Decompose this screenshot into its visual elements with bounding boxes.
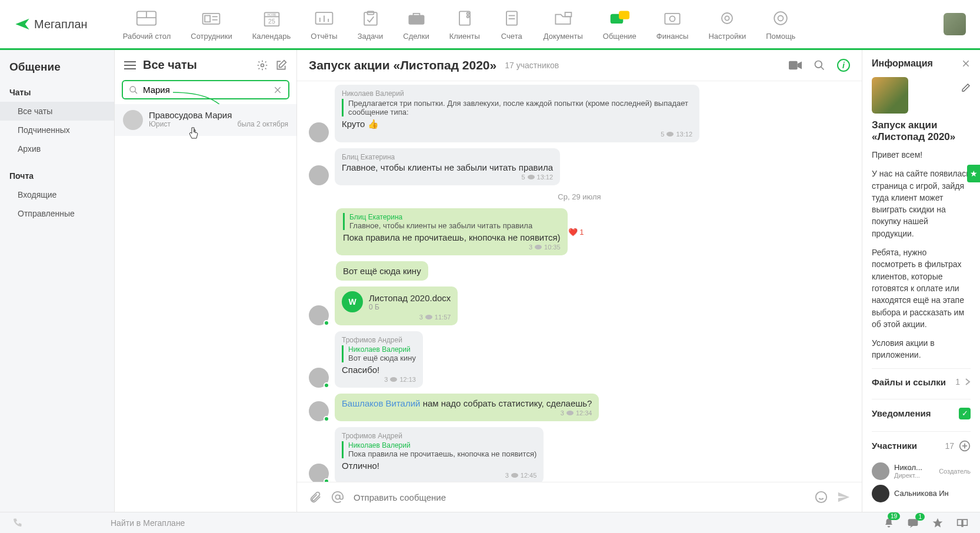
add-icon[interactable] xyxy=(959,440,971,452)
svg-rect-27 xyxy=(665,13,680,24)
search-chat-icon[interactable] xyxy=(814,59,825,71)
message-input[interactable] xyxy=(354,492,805,502)
nav-reports[interactable]: Отчёты xyxy=(311,8,337,41)
edit-icon[interactable] xyxy=(961,83,971,92)
nav-desktop[interactable]: Рабочий стол xyxy=(123,8,171,41)
info-title: Запуск акции «Листопад 2020» xyxy=(872,119,971,143)
svg-point-49 xyxy=(566,411,574,415)
chat-title: Запуск акции «Листопад 2020» xyxy=(309,58,496,72)
book-icon[interactable] xyxy=(956,518,968,528)
svg-point-20 xyxy=(466,15,469,18)
nav-employees[interactable]: Сотрудники xyxy=(191,8,232,41)
video-icon[interactable] xyxy=(789,61,802,70)
svg-line-38 xyxy=(135,91,137,94)
mention-icon[interactable] xyxy=(331,491,344,504)
logo[interactable]: Мегаплан xyxy=(14,16,88,32)
svg-rect-26 xyxy=(619,11,629,19)
svg-rect-17 xyxy=(409,15,424,24)
section-chats: Чаты xyxy=(0,83,114,102)
hamburger-icon[interactable] xyxy=(124,61,136,70)
message-bubble[interactable]: Николаев Валерий Предлагается три попытк… xyxy=(335,85,699,142)
date-separator: Ср, 29 июля xyxy=(309,192,850,201)
reaction[interactable]: ❤️ 1 xyxy=(568,228,584,236)
nav-invoices[interactable]: Счета xyxy=(500,8,524,41)
sidebar-archive[interactable]: Архив xyxy=(0,139,114,158)
bell-icon[interactable]: 19 xyxy=(884,517,894,529)
main-nav: Рабочий стол Сотрудники НОЯБ25Календарь … xyxy=(123,8,796,41)
chat-panel: Запуск акции «Листопад 2020» 17 участник… xyxy=(297,50,862,512)
nav-tasks[interactable]: Задачи xyxy=(358,8,384,41)
svg-line-43 xyxy=(821,67,824,70)
msg-avatar[interactable] xyxy=(309,368,329,388)
message-bubble[interactable]: Трофимов Андрей Николаев ВалерийПока пра… xyxy=(335,427,544,482)
msg-avatar[interactable] xyxy=(309,122,329,142)
close-icon[interactable] xyxy=(961,59,971,68)
sidebar-inbox[interactable]: Входящие xyxy=(0,185,114,204)
search-input[interactable] xyxy=(143,85,268,95)
msg-avatar[interactable] xyxy=(309,464,329,482)
search-icon xyxy=(129,85,138,95)
svg-point-29 xyxy=(722,13,732,24)
nav-chat[interactable]: Общение xyxy=(603,8,636,41)
clear-icon[interactable] xyxy=(273,85,282,95)
chat-search[interactable] xyxy=(122,80,289,99)
messages-area[interactable]: Николаев Валерий Предлагается три попытк… xyxy=(297,81,862,482)
message-bubble[interactable]: Трофимов Андрей Николаев ВалерийВот ещё … xyxy=(335,331,423,388)
msg-avatar[interactable] xyxy=(309,401,329,421)
msg-avatar[interactable] xyxy=(309,305,329,325)
left-sidebar: Общение Чаты Все чаты Подчиненных Архив … xyxy=(0,50,115,512)
sidebar-title: Общение xyxy=(0,61,114,83)
message-bubble[interactable]: Башлаков Виталий нам надо собрать статис… xyxy=(335,394,599,421)
info-panel: Информация Запуск акции «Листопад 2020» … xyxy=(862,50,980,512)
compose-icon[interactable] xyxy=(275,59,287,71)
chat-thumbnail[interactable] xyxy=(872,77,908,114)
sidebar-subordinates[interactable]: Подчиненных xyxy=(0,121,114,139)
svg-point-30 xyxy=(725,16,729,20)
user-avatar[interactable] xyxy=(944,13,966,35)
message-composer xyxy=(297,482,862,512)
svg-point-51 xyxy=(335,495,339,499)
attach-icon[interactable] xyxy=(309,491,322,504)
participant-row[interactable]: Сальникова Ин xyxy=(872,482,971,505)
message-file-bubble[interactable]: W Листопад 2020.docx0 Б 311:57 xyxy=(335,287,458,325)
nav-finance[interactable]: Финансы xyxy=(656,8,689,41)
send-icon[interactable] xyxy=(837,491,850,504)
nav-deals[interactable]: Сделки xyxy=(403,8,429,41)
result-avatar xyxy=(123,110,143,130)
nav-calendar[interactable]: НОЯБ25Календарь xyxy=(252,8,291,41)
cursor-icon xyxy=(188,126,199,139)
phone-icon[interactable] xyxy=(12,518,22,528)
bottom-bar: Найти в Мегаплане 19 1 xyxy=(0,512,980,533)
participant-row[interactable]: Никол...Директ... Создатель xyxy=(872,460,971,482)
favorite-tab[interactable]: ★ xyxy=(967,165,980,182)
message-bubble[interactable]: Блиц ЕкатеринаГлавное, чтобы клиенты не … xyxy=(336,208,568,255)
notifications-section[interactable]: Уведомления ✓ xyxy=(872,399,971,428)
mention-link[interactable]: Башлаков Виталий xyxy=(342,398,420,408)
message-bubble[interactable]: Блиц Екатерина Главное, чтобы клиенты не… xyxy=(335,148,560,185)
nav-help[interactable]: Помощь xyxy=(766,8,795,41)
chat-header: Запуск акции «Листопад 2020» 17 участник… xyxy=(297,50,862,81)
chat-badge-icon[interactable]: 1 xyxy=(907,518,919,528)
nav-clients[interactable]: Клиенты xyxy=(449,8,480,41)
info-icon[interactable]: i xyxy=(837,59,850,72)
nav-documents[interactable]: Документы xyxy=(544,8,583,41)
gear-icon[interactable] xyxy=(256,59,268,71)
svg-point-47 xyxy=(425,315,432,319)
sidebar-sent[interactable]: Отправленные xyxy=(0,204,114,223)
nav-settings[interactable]: Настройки xyxy=(708,8,746,41)
star-icon[interactable] xyxy=(932,517,944,529)
participants-section[interactable]: Участники17 xyxy=(872,431,971,460)
files-section[interactable]: Файлы и ссылки1 xyxy=(872,368,971,395)
chat-participants[interactable]: 17 участников xyxy=(505,61,559,70)
participant-avatar xyxy=(872,485,889,502)
sidebar-all-chats[interactable]: Все чаты xyxy=(0,102,114,121)
message-bubble[interactable]: Вот ещё сюда кину xyxy=(336,261,428,281)
notif-checkbox[interactable]: ✓ xyxy=(959,408,971,419)
msg-avatar[interactable] xyxy=(309,165,329,185)
info-header: Информация xyxy=(872,58,933,69)
svg-point-28 xyxy=(670,16,675,21)
search-result-row[interactable]: Правосудова Мария Юристбыла 2 октября xyxy=(115,104,296,136)
emoji-icon[interactable] xyxy=(815,491,828,504)
global-search[interactable]: Найти в Мегаплане xyxy=(111,518,185,528)
svg-point-44 xyxy=(666,132,674,136)
